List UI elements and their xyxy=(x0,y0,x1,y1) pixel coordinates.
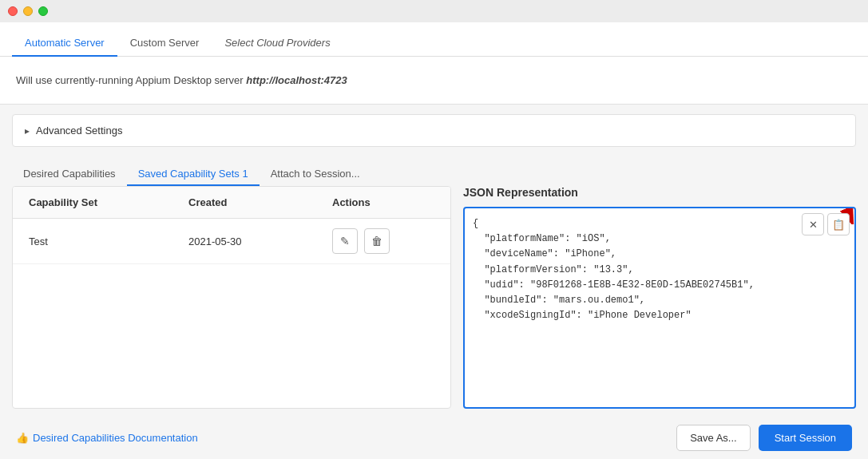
footer-bar: 👍 Desired Capabilities Documentation Sav… xyxy=(0,417,868,459)
desired-capabilities-doc-link[interactable]: 👍 Desired Capabilities Documentation xyxy=(16,432,198,444)
cell-actions: ✎ 🗑 xyxy=(332,228,434,254)
advanced-settings-label: Advanced Settings xyxy=(36,125,122,137)
header-capability-set: Capability Set xyxy=(29,196,188,208)
header-actions: Actions xyxy=(332,196,434,208)
tab-select-cloud-providers[interactable]: Select Cloud Providers xyxy=(212,30,343,57)
maximize-button[interactable] xyxy=(38,6,48,16)
cell-capability-set-name: Test xyxy=(29,235,188,247)
tab-desired-capabilities[interactable]: Desired Capabilities xyxy=(12,163,127,186)
table-header-row: Capability Set Created Actions xyxy=(13,187,450,219)
json-representation-box[interactable]: { "platformName": "iOS", "deviceName": "… xyxy=(463,207,856,409)
tab-automatic-server[interactable]: Automatic Server xyxy=(12,30,117,57)
advanced-settings-panel[interactable]: ▸ Advanced Settings xyxy=(12,114,856,147)
server-url: http://localhost:4723 xyxy=(246,74,347,86)
capability-sets-table: Capability Set Created Actions Test 2021… xyxy=(12,186,451,409)
start-session-button[interactable]: Start Session xyxy=(759,425,852,451)
header-created: Created xyxy=(188,196,332,208)
json-clear-button[interactable]: ✕ xyxy=(802,213,824,235)
table-row: Test 2021-05-30 ✎ 🗑 xyxy=(13,219,450,264)
json-panel-title: JSON Representation xyxy=(463,186,856,199)
save-as-button[interactable]: Save As... xyxy=(676,425,751,451)
edit-button[interactable]: ✎ xyxy=(332,228,358,254)
json-action-buttons: ✕ 📋 xyxy=(802,213,850,235)
main-window: Automatic Server Custom Server Select Cl… xyxy=(0,22,868,459)
json-copy-button[interactable]: 📋 xyxy=(827,213,850,235)
titlebar xyxy=(0,0,868,22)
footer-buttons: Save As... Start Session xyxy=(676,425,852,451)
json-content-text[interactable]: { "platformName": "iOS", "deviceName": "… xyxy=(465,208,854,407)
doc-link-label: Desired Capabilities Documentation xyxy=(33,432,198,444)
server-tabs-bar: Automatic Server Custom Server Select Cl… xyxy=(0,22,868,57)
tab-attach-to-session[interactable]: Attach to Session... xyxy=(260,163,371,186)
cell-created-date: 2021-05-30 xyxy=(188,235,332,247)
chevron-right-icon: ▸ xyxy=(25,125,30,137)
minimize-button[interactable] xyxy=(23,6,33,16)
server-info-text: Will use currently-running Appium Deskto… xyxy=(16,74,347,86)
capabilities-section: Desired Capabilities Saved Capability Se… xyxy=(0,156,868,417)
json-panel: JSON Representation { "platformName": "i… xyxy=(463,186,856,409)
capability-tabs-bar: Desired Capabilities Saved Capability Se… xyxy=(0,156,868,186)
tab-saved-capability-sets[interactable]: Saved Capability Sets 1 xyxy=(127,163,260,186)
tab-custom-server[interactable]: Custom Server xyxy=(117,30,212,57)
tab-content-area: Capability Set Created Actions Test 2021… xyxy=(0,186,868,417)
close-button[interactable] xyxy=(8,6,18,16)
server-info-box: Will use currently-running Appium Deskto… xyxy=(0,57,868,105)
delete-button[interactable]: 🗑 xyxy=(364,228,390,254)
link-icon: 👍 xyxy=(16,432,29,444)
